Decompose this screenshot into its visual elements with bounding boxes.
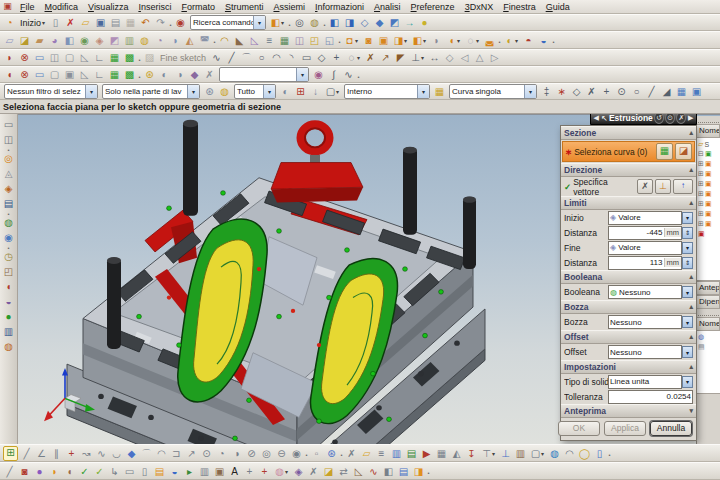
sketch-section-button[interactable]: ▦ xyxy=(656,143,673,160)
display-part-icon[interactable]: ◗ xyxy=(3,51,16,64)
delete-icon[interactable]: ✗ xyxy=(203,68,216,81)
hd3d-tools-icon[interactable]: ◍ xyxy=(2,216,15,229)
pad-icon[interactable]: ▥ xyxy=(123,34,136,47)
chart-icon[interactable]: ▥ xyxy=(390,447,403,460)
block-icon[interactable]: ◧ xyxy=(63,34,76,47)
list-icon[interactable]: ≡ xyxy=(375,447,388,460)
fillet-tool-icon[interactable]: ◠ xyxy=(155,447,168,460)
line-icon[interactable]: ╱ xyxy=(225,51,238,64)
pack-icon[interactable]: ◨ xyxy=(412,465,425,478)
bounded-plane-icon[interactable]: ▦ xyxy=(675,85,688,98)
conic-icon[interactable]: ⊘ xyxy=(245,447,258,460)
extrude-icon[interactable]: ▰ xyxy=(33,34,46,47)
shaded-icon[interactable]: ◨ xyxy=(343,16,356,29)
menu-inserisci[interactable]: Inserisci xyxy=(133,2,176,12)
end-point-icon[interactable]: ∗ xyxy=(555,85,568,98)
highlight-icon[interactable]: ⊛ xyxy=(203,85,216,98)
blue-ball-icon[interactable]: ◒ xyxy=(168,465,181,478)
fold-icon[interactable]: ◧ xyxy=(382,465,395,478)
vector-dialog-button[interactable]: ✗ xyxy=(637,179,653,194)
reverse-direction-button[interactable]: ⊥ xyxy=(655,179,671,194)
undo-icon[interactable]: ↶ xyxy=(139,16,152,29)
menu-file[interactable]: File xyxy=(15,2,40,12)
dropdown-arrow-icon[interactable]: ▾ xyxy=(42,19,48,26)
menu-guida[interactable]: Guida xyxy=(541,2,575,12)
rect-tool-icon[interactable]: ⊐ xyxy=(170,447,183,460)
wedge2-icon[interactable]: ◈ xyxy=(292,465,305,478)
profile-icon[interactable]: ∿ xyxy=(210,51,223,64)
mirror-assembly-icon[interactable]: ◓ xyxy=(522,34,535,47)
specify-vector-row[interactable]: ✓ Specifica vettore ✗ ⊥ ↑ xyxy=(561,177,696,196)
plus-tool-icon[interactable]: + xyxy=(243,465,256,478)
rotate-view-icon[interactable]: ▣ xyxy=(63,68,76,81)
close-file-icon[interactable]: ✗ xyxy=(64,16,77,29)
brush-icon[interactable]: ◖ xyxy=(63,465,76,478)
booleana-dropdown-arrow[interactable]: ▾ xyxy=(682,286,693,298)
tipo-solido-dropdown-arrow[interactable]: ▾ xyxy=(682,376,693,388)
applica-button[interactable]: Applica xyxy=(604,421,646,436)
command-search-input[interactable]: Ricerca comando▾ xyxy=(190,15,266,30)
zc-axis-button[interactable]: ↑ xyxy=(673,179,693,194)
trim-sheet-icon[interactable]: ✗ xyxy=(307,465,320,478)
face-analysis-icon[interactable]: ◩ xyxy=(388,16,401,29)
ramp-icon[interactable]: ◺ xyxy=(352,465,365,478)
part-navigator-tree[interactable]: ▱S ⊟▣ ⊞▣ ⊞▣ ⊞▣ ⊞▣ ⊞▣ ⊞▣ ⊞▣ ▣ xyxy=(697,138,720,281)
arc-tool-icon[interactable]: ⌒ xyxy=(140,447,153,460)
grey-box-icon[interactable]: ▭ xyxy=(123,465,136,478)
tree-icon[interactable]: ▤ xyxy=(405,447,418,460)
subtract-icon[interactable]: ◔ xyxy=(153,34,166,47)
component-array-icon[interactable]: ▣ xyxy=(377,34,390,47)
mold-wizard-icon[interactable]: ◙ xyxy=(18,465,31,478)
corner-sketch-icon[interactable]: ◝ xyxy=(285,51,298,64)
doc-icon[interactable]: ▯ xyxy=(593,447,606,460)
touch-screen-icon[interactable]: ◎ xyxy=(293,16,306,29)
show-hide-icon[interactable]: ◐ xyxy=(158,68,171,81)
shell-icon[interactable]: ◚ xyxy=(198,34,211,47)
intersection-icon[interactable]: + xyxy=(600,85,613,98)
tipo-solido-dropdown[interactable]: Linea unita xyxy=(608,375,682,389)
system-materials-icon[interactable]: ● xyxy=(2,310,15,323)
thread-icon[interactable]: ≡ xyxy=(263,34,276,47)
pocket-icon[interactable]: ◩ xyxy=(108,34,121,47)
fit-view-icon[interactable]: ⊗ xyxy=(18,68,31,81)
validate-icon[interactable]: ✓ xyxy=(93,465,106,478)
history-icon[interactable]: ◷ xyxy=(2,250,15,263)
distanza-inizio-spinner[interactable]: ⇕ xyxy=(682,227,693,239)
menu-formato[interactable]: Formato xyxy=(176,2,220,12)
green-check-icon[interactable]: ✓ xyxy=(78,465,91,478)
section-header-booleana[interactable]: Booleana ▴ xyxy=(561,270,696,284)
offset-dropdown[interactable]: Nessuno xyxy=(608,345,682,359)
studio-render-icon[interactable]: ◆ xyxy=(373,16,386,29)
dialog-help-icon[interactable]: ⊙ xyxy=(665,114,675,124)
check-icon[interactable]: ▣ xyxy=(705,150,712,158)
snapshot-icon[interactable]: ∟ xyxy=(93,68,106,81)
move-down-icon[interactable]: ↳ xyxy=(108,465,121,478)
snip-icon[interactable]: ✗ xyxy=(345,447,358,460)
lock-icon[interactable]: ▩ xyxy=(123,68,136,81)
no-filter-icon[interactable]: ⊗ xyxy=(18,51,31,64)
copy-doc-icon[interactable]: ▯ xyxy=(138,465,151,478)
menu-analisi[interactable]: Analisi xyxy=(369,2,406,12)
fine-sketch-button[interactable]: Fine sketch xyxy=(160,53,206,63)
anteprima-panel-header[interactable]: Antep xyxy=(697,281,720,295)
fine-dropdown[interactable]: ◈ Valore xyxy=(608,241,682,255)
dropdown-arrow-icon[interactable]: ▾ xyxy=(457,37,463,44)
hole-icon[interactable]: ◉ xyxy=(78,34,91,47)
point-icon[interactable]: + xyxy=(330,51,343,64)
new-file-icon[interactable]: ▯ xyxy=(49,16,62,29)
dialog-back-icon[interactable]: ◀ xyxy=(593,114,600,122)
sketch-state-icon[interactable]: ▨ xyxy=(143,51,156,64)
fillet-sketch-icon[interactable]: ◠ xyxy=(270,51,283,64)
arrow-down-icon[interactable]: ↓ xyxy=(309,85,322,98)
pencil-line-icon[interactable]: ╱ xyxy=(3,465,16,478)
selection-scope-dropdown[interactable]: Solo nella parte di lav▾ xyxy=(102,84,200,99)
menu-preferenze[interactable]: Preferenze xyxy=(406,2,460,12)
corner-icon[interactable]: ∟ xyxy=(93,51,106,64)
wireframe-icon[interactable]: ◇ xyxy=(358,16,371,29)
ok-button[interactable]: OK xyxy=(558,421,600,436)
surface-icon[interactable]: ◆ xyxy=(125,447,138,460)
menu-visualizza[interactable]: Visualizza xyxy=(83,2,133,12)
annulla-button[interactable]: Annulla xyxy=(650,421,692,436)
create-component-icon[interactable]: ◙ xyxy=(362,34,375,47)
nome-column-header-2[interactable]: Nome xyxy=(697,317,720,331)
